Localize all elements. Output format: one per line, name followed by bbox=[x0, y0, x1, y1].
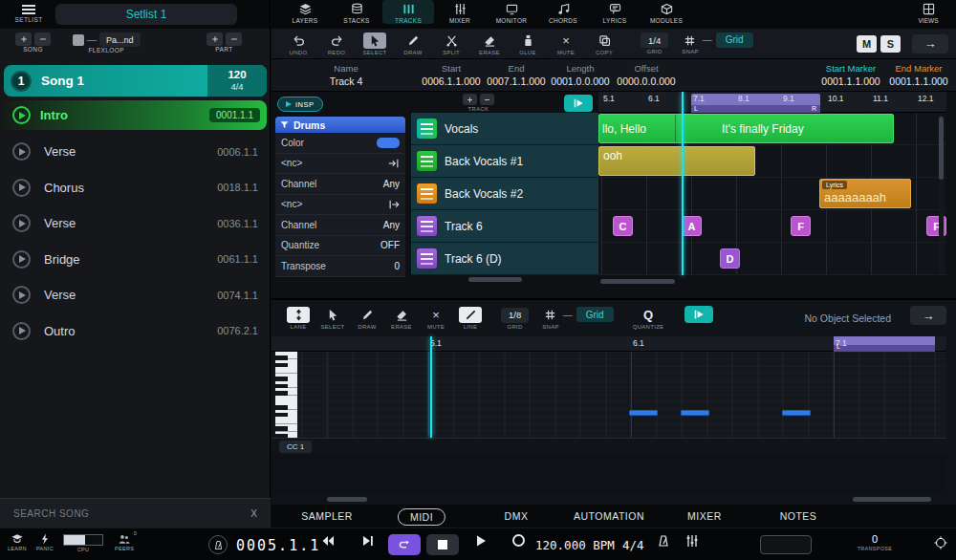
grid-value-control[interactable]: 1/4 GRID bbox=[641, 32, 668, 54]
end-marker-field[interactable]: End Marker 0001.1.1.000 bbox=[889, 63, 947, 87]
quantize-row[interactable]: Quantize OFF bbox=[275, 236, 405, 257]
tab-notes[interactable]: NOTES bbox=[769, 508, 829, 524]
chord-clip[interactable]: F bbox=[791, 216, 811, 236]
midi-grid-mode-button[interactable]: Grid bbox=[576, 307, 614, 322]
split-tool[interactable]: SPLIT bbox=[432, 32, 470, 55]
redo-button[interactable]: REDO bbox=[317, 32, 356, 55]
range-display[interactable] bbox=[760, 535, 812, 554]
clip-lanes[interactable]: llo, Hello It's finally Friday ooh Lyric… bbox=[598, 113, 946, 275]
length-field[interactable]: Length 0001.0.0.000 bbox=[551, 63, 609, 87]
midi-note[interactable] bbox=[782, 410, 811, 416]
track-row-back-vocals-1[interactable]: Back Vocals #1 bbox=[411, 145, 598, 178]
module-stacks[interactable]: STACKS bbox=[331, 0, 382, 24]
output-routing-row[interactable]: <nc> bbox=[275, 195, 405, 216]
lane-tool[interactable]: LANE bbox=[281, 307, 315, 330]
part-row[interactable]: Verse 0006.1.1 bbox=[0, 134, 271, 170]
search-song-input[interactable] bbox=[13, 508, 250, 519]
lane-back-vocals-2[interactable]: Lyrics aaaaaaaah bbox=[598, 178, 946, 210]
module-chords[interactable]: CHORDS bbox=[537, 0, 589, 24]
mute-tool[interactable]: × MUTE bbox=[547, 32, 585, 55]
midi-playhead[interactable] bbox=[430, 336, 432, 438]
input-routing-row[interactable]: <nc> bbox=[275, 154, 405, 175]
chord-clip[interactable]: C bbox=[613, 216, 633, 236]
remove-track-button[interactable] bbox=[480, 94, 494, 105]
undo-button[interactable]: UNDO bbox=[279, 32, 317, 55]
rewind-button[interactable] bbox=[314, 534, 342, 548]
clip-back-vocals-2[interactable]: Lyrics aaaaaaaah bbox=[819, 179, 911, 208]
midi-note[interactable] bbox=[681, 410, 709, 416]
song-card[interactable]: 1 Song 1 120 4/4 bbox=[4, 65, 267, 97]
lane-track-6[interactable]: C A F F bbox=[598, 210, 946, 243]
name-field[interactable]: Name Track 4 bbox=[330, 63, 363, 87]
add-part-button[interactable] bbox=[206, 32, 223, 46]
output-channel-row[interactable]: Channel Any bbox=[275, 215, 405, 236]
flexloop-icon[interactable] bbox=[73, 34, 84, 46]
learn-button[interactable]: LEARN bbox=[8, 533, 27, 551]
add-track-button[interactable] bbox=[463, 94, 477, 105]
mute-tool[interactable]: × MUTE bbox=[419, 307, 453, 330]
tab-sampler[interactable]: SAMPLER bbox=[290, 508, 364, 524]
forward-step-button[interactable] bbox=[354, 534, 382, 548]
module-layers[interactable]: LAYERS bbox=[279, 0, 331, 24]
draw-tool[interactable]: DRAW bbox=[394, 32, 432, 55]
track-row-track-6-d[interactable]: Track 6 (D) bbox=[411, 243, 598, 275]
expand-right-button[interactable]: → bbox=[912, 34, 948, 54]
panic-button[interactable]: PANIC bbox=[36, 533, 54, 551]
peers-button[interactable]: 0 PEERS bbox=[115, 533, 134, 551]
tab-midi[interactable]: MIDI bbox=[398, 508, 445, 526]
loop-right-marker[interactable]: R bbox=[812, 105, 816, 112]
track-row-track-6[interactable]: Track 6 bbox=[411, 210, 598, 243]
loop-left-marker[interactable]: L bbox=[836, 343, 840, 350]
tab-automation[interactable]: AUTOMATION bbox=[562, 508, 656, 524]
loop-left-marker[interactable]: L bbox=[694, 105, 698, 112]
solo-button[interactable]: S bbox=[880, 35, 901, 53]
track-row-back-vocals-2[interactable]: Back Vocals #2 bbox=[411, 178, 598, 210]
module-modules[interactable]: MODULES bbox=[641, 0, 692, 24]
start-field[interactable]: Start 0006.1.1.000 bbox=[422, 63, 480, 87]
mixer-shortcut-button[interactable] bbox=[681, 534, 704, 548]
expand-right-button[interactable]: → bbox=[910, 306, 946, 325]
loop-button[interactable] bbox=[388, 534, 421, 555]
remove-part-button[interactable] bbox=[226, 32, 242, 46]
glue-tool[interactable]: GLUE bbox=[509, 32, 547, 55]
color-row[interactable]: Color bbox=[275, 133, 405, 154]
timeline-vscrollbar[interactable] bbox=[939, 115, 944, 273]
line-tool[interactable]: LINE bbox=[453, 307, 488, 330]
inspector-toggle-button[interactable]: INSP bbox=[277, 97, 323, 112]
offset-field[interactable]: Offset 0000.0.0.000 bbox=[617, 63, 675, 87]
piano-keyboard[interactable] bbox=[275, 352, 297, 438]
midi-note[interactable] bbox=[629, 410, 658, 416]
flexloop-value[interactable]: Pa...nd bbox=[99, 32, 141, 47]
part-row[interactable]: Verse 0036.1.1 bbox=[0, 205, 271, 242]
track-row-vocals[interactable]: Vocals bbox=[411, 113, 598, 145]
copy-tool[interactable]: COPY bbox=[585, 32, 623, 55]
draw-tool[interactable]: DRAW bbox=[350, 307, 384, 330]
module-mixer[interactable]: MIXER bbox=[434, 0, 486, 24]
module-lyrics[interactable]: LYRICS bbox=[589, 0, 641, 24]
midi-grid-value-control[interactable]: 1/8 GRID bbox=[501, 308, 529, 330]
timeline-hscrollbar[interactable] bbox=[598, 279, 946, 285]
setlist-menu-button[interactable]: SETLIST bbox=[10, 3, 48, 23]
track-list-scrollbar[interactable] bbox=[411, 277, 598, 282]
add-song-button[interactable] bbox=[15, 32, 32, 46]
position-display[interactable]: 0005.1.1 bbox=[236, 537, 320, 554]
erase-tool[interactable]: ERASE bbox=[470, 32, 509, 55]
click-toggle-button[interactable] bbox=[652, 534, 675, 548]
lane-vocals[interactable]: llo, Hello It's finally Friday bbox=[598, 113, 946, 145]
views-button[interactable]: VIEWS bbox=[906, 3, 950, 24]
module-monitor[interactable]: MONITOR bbox=[486, 0, 537, 24]
bpm-display[interactable]: 120.000 BPM bbox=[535, 538, 615, 552]
midi-snap-control[interactable]: SNAP bbox=[542, 308, 559, 330]
select-tool[interactable]: SELECT bbox=[315, 307, 350, 330]
chord-clip[interactable]: D bbox=[720, 248, 740, 269]
tap-tempo-button[interactable] bbox=[208, 535, 228, 554]
snap-control[interactable]: SNAP bbox=[682, 32, 699, 54]
search-clear-button[interactable]: X bbox=[250, 508, 257, 519]
play-button[interactable] bbox=[467, 534, 495, 548]
midi-loop-region[interactable] bbox=[834, 336, 935, 352]
part-row[interactable]: Bridge 0061.1.1 bbox=[0, 242, 271, 278]
clip-vocals[interactable]: llo, Hello It's finally Friday bbox=[598, 114, 894, 143]
color-swatch[interactable] bbox=[377, 138, 400, 148]
end-field[interactable]: End 0007.1.1.000 bbox=[487, 63, 545, 87]
start-marker-field[interactable]: Start Marker 0001.1.1.000 bbox=[821, 63, 880, 87]
